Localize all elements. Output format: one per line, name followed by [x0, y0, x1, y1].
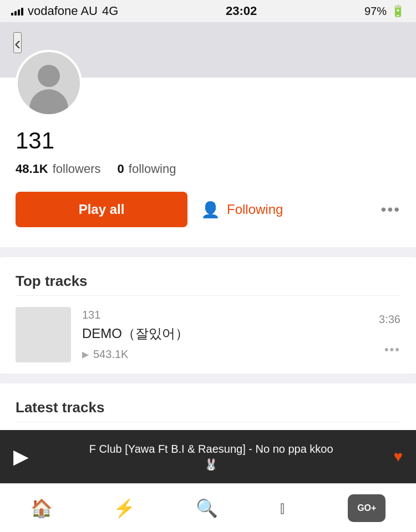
following-icon: 👤 [201, 201, 220, 219]
track-right: 3:36 ••• [379, 313, 400, 357]
track-title: DEMO（잘있어） [82, 325, 368, 342]
battery-icon: 🔋 [391, 4, 405, 18]
following-label: following [129, 162, 176, 176]
following-button[interactable]: 👤 Following [201, 201, 283, 219]
lightning-icon: ⚡ [113, 498, 135, 519]
track-info: 131 DEMO（잘있어） ▶ 543.1K [82, 309, 368, 361]
track-meta: ▶ 543.1K [82, 348, 368, 361]
profile-section: 131 48.1K followers 0 following Play all… [0, 78, 416, 247]
mini-heart-button[interactable]: ♥ [393, 448, 403, 466]
mini-track-info: F Club [Yawa Ft B.I & Raesung] - No no p… [40, 443, 382, 471]
avatar [16, 50, 82, 116]
bottom-nav: 🏠 ⚡ 🔍 ⫿ GO+ [0, 483, 416, 532]
play-icon: ▶ [82, 349, 89, 360]
stats-row: 48.1K followers 0 following [16, 162, 400, 176]
person-body-icon [29, 89, 68, 114]
play-all-button[interactable]: Play all [16, 192, 187, 227]
status-bar-right: 97% 🔋 [364, 4, 405, 18]
following-stat: 0 following [118, 162, 176, 176]
following-count: 0 [118, 162, 124, 176]
avatar-person-icon [18, 52, 80, 114]
top-track-item[interactable]: 131 DEMO（잘있어） ▶ 543.1K 3:36 ••• [0, 296, 416, 374]
followers-label: followers [53, 162, 101, 176]
username-label: 131 [16, 127, 400, 154]
nav-library[interactable]: ⫿ [279, 499, 287, 517]
search-icon: 🔍 [196, 498, 218, 519]
status-bar: vodafone AU 4G 23:02 97% 🔋 [0, 0, 416, 22]
go-plus-label: GO+ [357, 503, 376, 513]
track-thumbnail [16, 307, 71, 362]
actions-row: Play all 👤 Following ••• [16, 192, 400, 227]
mini-play-button[interactable]: ▶ [13, 445, 29, 468]
network-label: 4G [102, 4, 118, 18]
track-plays: 543.1K [93, 348, 128, 361]
followers-stat: 48.1K followers [16, 162, 101, 176]
time-label: 23:02 [226, 4, 257, 18]
carrier-label: vodafone AU [28, 4, 98, 18]
nav-lightning[interactable]: ⚡ [113, 498, 135, 519]
track-more-button[interactable]: ••• [384, 342, 400, 357]
person-head-icon [38, 65, 60, 87]
latest-tracks-title: Latest tracks [0, 383, 416, 422]
more-options-button[interactable]: ••• [381, 201, 400, 218]
nav-go-plus[interactable]: GO+ [348, 494, 385, 522]
mini-track-name: F Club [Yawa Ft B.I & Raesung] - No no p… [89, 443, 333, 456]
nav-home[interactable]: 🏠 [31, 498, 53, 519]
top-tracks-section: Top tracks 131 DEMO（잘있어） ▶ 543.1K 3:36 •… [0, 257, 416, 374]
following-btn-label: Following [227, 202, 283, 217]
avatar-wrap [16, 50, 400, 116]
track-duration: 3:36 [379, 313, 400, 326]
app-container: ‹ 131 48.1K followers 0 following Play a… [0, 22, 416, 500]
battery-percent: 97% [364, 5, 387, 18]
top-tracks-title: Top tracks [0, 257, 416, 295]
followers-count: 48.1K [16, 162, 48, 176]
nav-search[interactable]: 🔍 [196, 498, 218, 519]
status-bar-left: vodafone AU 4G [11, 4, 118, 18]
track-artist: 131 [82, 309, 368, 321]
library-icon: ⫿ [279, 499, 287, 517]
mini-player: ▶ F Club [Yawa Ft B.I & Raesung] - No no… [0, 430, 416, 483]
signal-bars-icon [11, 7, 23, 16]
mini-rabbit-emoji: 🐰 [204, 458, 218, 471]
home-icon: 🏠 [31, 498, 53, 519]
